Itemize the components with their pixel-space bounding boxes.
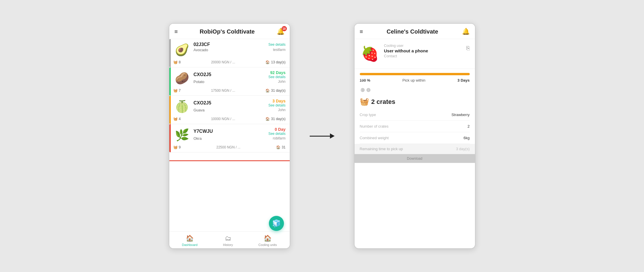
crop-list: 🥑 02J3CF See details Avocado testfarm — [169, 39, 290, 231]
crop-emoji-guava: 🍈 — [173, 99, 191, 115]
crop-details-okra: Y7CWJU 0 Day See details Okra robifarm — [194, 127, 286, 141]
right-hamburger-icon[interactable]: ≡ — [360, 28, 363, 35]
crop-name-potato: Potato — [194, 80, 205, 84]
crop-storage-avocado: 🏠 13 day(s) — [265, 60, 285, 64]
crop-emoji-okra: 🌿 — [173, 127, 191, 143]
crop-row-top: 02J3CF See details — [194, 42, 286, 47]
detail-row-num-crates: Number of crates 2 — [360, 121, 470, 132]
cooling-icon: 🏠 — [264, 235, 271, 242]
crop-storage-guava: 🏠 31 day(s) — [265, 117, 285, 121]
detail-label-combined-weight: Combined weight — [360, 136, 389, 140]
crop-item-partial — [169, 152, 290, 161]
see-details-avocado[interactable]: See details — [268, 43, 285, 47]
disclaimer-section: Disclaimer: The time to pick up is an es… — [355, 85, 475, 93]
see-details-okra[interactable]: See details — [268, 132, 285, 136]
copy-icon[interactable]: ⎘ — [466, 45, 470, 52]
crop-days-guava: 3 Days — [268, 99, 285, 103]
hamburger-icon[interactable]: ≡ — [175, 28, 178, 35]
crop-name-okra: Okra — [194, 136, 202, 141]
crop-crates-okra: 🧺 9 — [173, 145, 181, 149]
nav-item-cooling-units[interactable]: 🏠 Cooling units — [258, 235, 277, 247]
progress-days: 3 Days — [458, 78, 470, 82]
left-phone-title: RobiOp's Coldtivate — [200, 28, 255, 35]
crop-name-avocado: Avocado — [194, 48, 208, 52]
crop-crates-potato: 🧺 7 — [173, 89, 181, 93]
disclaimer-text: Disclaimer: The time to pick up is an es… — [360, 88, 470, 92]
progress-bar-track — [360, 73, 470, 75]
left-phone-header: ≡ RobiOp's Coldtivate 🔔 18 — [169, 24, 290, 39]
crop-days-okra: 0 Day — [268, 127, 285, 132]
crop-price-okra: 22500 NGN / ... — [216, 145, 240, 149]
notification-badge[interactable]: 🔔 18 — [277, 28, 285, 35]
crop-item-content-potato: 🥔 CXO2J5 92 Days See details Potato — [173, 70, 286, 86]
outer-wrapper: ≡ RobiOp's Coldtivate 🔔 18 🥑 02J3 — [0, 0, 644, 272]
crop-id-potato: CXO2J5 — [194, 72, 211, 77]
dashboard-icon: 🏠 — [186, 235, 194, 242]
arrow-head — [330, 133, 335, 139]
phones-container: ≡ RobiOp's Coldtivate 🔔 18 🥑 02J3 — [169, 23, 476, 249]
crop-storage-okra: 🏠 31 — [276, 145, 285, 149]
crop-owner-avocado: testfarm — [273, 48, 285, 52]
detail-row-combined-weight: Combined weight 6kg — [360, 132, 470, 144]
crop-owner-potato: John — [278, 80, 285, 84]
crop-row-top-guava: CXO2J5 3 Days See details — [194, 99, 286, 107]
detail-value-num-crates: 2 — [467, 124, 469, 128]
crop-row-top-okra: Y7CWJU 0 Day See details — [194, 127, 286, 136]
right-phone: ≡ Celine's Coldtivate 🔔 🍓 Cooling user U… — [354, 23, 476, 249]
crop-row-bottom-okra: 🧺 9 22500 NGN / ... 🏠 31 — [173, 145, 286, 149]
user-avatar: 🍓 — [360, 44, 380, 64]
pickup-label: Pick up within — [402, 78, 425, 82]
detail-value-combined-weight: 6kg — [464, 136, 470, 140]
cooling-label: Cooling units — [258, 243, 277, 247]
crop-crates-avocado: 🧺 8 — [173, 60, 181, 64]
crop-row-bottom-guava: 🧺 4 10000 NGN / ... 🏠 31 day(s) — [173, 117, 286, 121]
detail-label-num-crates: Number of crates — [360, 124, 389, 128]
crop-item-potato[interactable]: 🥔 CXO2J5 92 Days See details Potato — [169, 67, 290, 96]
crop-item-avocado[interactable]: 🥑 02J3CF See details Avocado testfarm — [169, 39, 290, 67]
progress-section: 100 % Pick up within 3 Days — [355, 69, 475, 85]
crop-price-guava: 10000 NGN / ... — [211, 117, 235, 121]
crop-owner-guava: John — [278, 108, 285, 112]
crop-storage-potato: 🏠 31 day(s) — [265, 89, 285, 93]
nav-item-history[interactable]: 🗂 History — [223, 235, 233, 247]
nav-item-dashboard[interactable]: 🏠 Dashboard — [182, 235, 198, 247]
crop-row-top-potato: CXO2J5 92 Days See details — [194, 70, 286, 79]
crop-row-bottom-avocado: 🧺 8 20000 NGN / ... 🏠 13 day(s) — [173, 60, 286, 64]
crop-item-content: 🥑 02J3CF See details Avocado testfarm — [173, 42, 286, 58]
crop-name-guava: Guava — [194, 108, 205, 112]
crop-item-okra[interactable]: 🌿 Y7CWJU 0 Day See details Okra — [169, 124, 290, 152]
bottom-overlay-label: Remaining time to pick up — [360, 147, 403, 151]
info-icon: i — [366, 88, 370, 92]
user-contact: Contact — [384, 54, 462, 58]
fab-button[interactable]: 🧊 — [269, 216, 284, 231]
crop-days-potato: 92 Days — [268, 70, 285, 75]
user-role: Cooling user — [384, 44, 462, 48]
history-label: History — [223, 243, 233, 247]
crates-icon: 🧺 — [360, 97, 369, 106]
crop-id-avocado: 02J3CF — [194, 42, 210, 47]
crop-row-bottom-potato: 🧺 7 17500 NGN / ... 🏠 31 day(s) — [173, 89, 286, 93]
crop-emoji-potato: 🥔 — [173, 70, 191, 86]
download-bar[interactable]: Download — [355, 154, 475, 163]
crop-emoji-avocado: 🥑 — [173, 42, 191, 58]
crop-id-guava: CXO2J5 — [194, 100, 211, 106]
crop-price-potato: 17500 NGN / ... — [211, 89, 235, 93]
crop-details-potato: CXO2J5 92 Days See details Potato John — [194, 70, 286, 84]
see-details-guava[interactable]: See details — [268, 103, 285, 107]
details-table: Crop type Strawberry Number of crates 2 … — [355, 109, 475, 144]
crates-heading: 🧺 2 crates — [355, 93, 475, 109]
progress-bar-fill — [360, 73, 470, 75]
crop-price-avocado: 20000 NGN / ... — [211, 60, 235, 64]
history-icon: 🗂 — [225, 235, 231, 242]
bottom-nav: 🏠 Dashboard 🗂 History 🏠 Cooling units — [169, 231, 290, 248]
crop-item-guava[interactable]: 🍈 CXO2J5 3 Days See details Guava — [169, 96, 290, 124]
crop-crates-guava: 🧺 4 — [173, 117, 181, 121]
right-bell-icon[interactable]: 🔔 — [462, 28, 470, 35]
right-phone-title: Celine's Coldtivate — [387, 28, 438, 35]
see-details-potato[interactable]: See details — [268, 75, 285, 79]
crop-item-content-guava: 🍈 CXO2J5 3 Days See details Guava — [173, 99, 286, 115]
crop-id-okra: Y7CWJU — [194, 129, 213, 134]
arrow-line — [310, 136, 330, 137]
progress-row: 100 % Pick up within 3 Days — [360, 78, 470, 82]
crop-item-content-okra: 🌿 Y7CWJU 0 Day See details Okra — [173, 127, 286, 143]
